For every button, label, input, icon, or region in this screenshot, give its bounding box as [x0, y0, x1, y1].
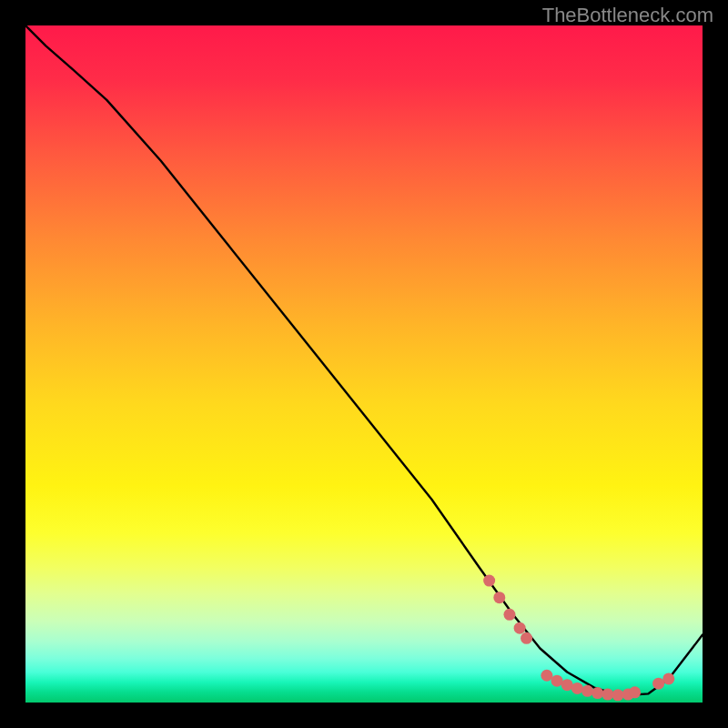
curve-marker [503, 609, 515, 621]
curve-marker [541, 670, 552, 682]
curve-marker [662, 672, 674, 684]
curve-marker [652, 678, 664, 690]
bottleneck-curve [25, 25, 703, 696]
curve-marker [493, 592, 505, 603]
curve-marker [592, 687, 603, 699]
curve-marker [602, 689, 613, 701]
curve-marker [561, 679, 573, 691]
curve-marker [514, 622, 526, 634]
curve-marker [571, 682, 583, 694]
chart-svg [25, 25, 703, 703]
curve-marker [551, 675, 563, 687]
curve-marker [629, 686, 641, 698]
curve-marker [483, 575, 495, 587]
attribution-text: TheBottleneck.com [542, 4, 713, 27]
curve-marker [581, 685, 593, 697]
curve-marker [612, 689, 624, 701]
curve-marker [521, 632, 532, 644]
curve-markers [483, 575, 674, 702]
plot-area [25, 25, 703, 703]
